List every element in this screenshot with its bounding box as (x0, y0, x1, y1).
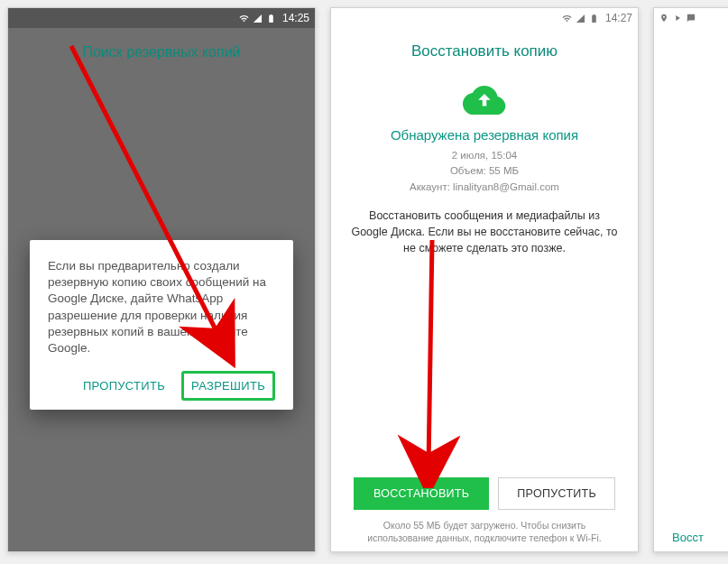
signal-icon (253, 14, 263, 23)
play-icon (673, 14, 682, 23)
page-title: Поиск резервных копий (8, 28, 315, 77)
battery-icon (589, 14, 599, 23)
backup-account: Аккаунт: linalityan8@Gmail.com (410, 180, 559, 195)
backup-description: Восстановить сообщения и медиафайлы из G… (351, 208, 618, 256)
wifi-icon (239, 14, 249, 23)
status-bar: 14:27 (331, 8, 638, 28)
allow-button[interactable]: РАЗРЕШИТЬ (181, 371, 275, 401)
skip-button[interactable]: ПРОПУСТИТЬ (498, 477, 615, 510)
dialog-actions: ПРОПУСТИТЬ РАЗРЕШИТЬ (48, 371, 275, 401)
backup-size: Объем: 55 МБ (450, 163, 519, 179)
signal-icon (576, 14, 585, 23)
screen-body: Восстановить копию Обнаружена резервная … (331, 28, 638, 551)
dialog-message: Если вы предварительно создали резервную… (48, 258, 275, 356)
phone-screen-2: 14:27 Восстановить копию Обнаружена резе… (330, 7, 639, 552)
restore-button[interactable]: ВОССТАНОВИТЬ (354, 477, 489, 510)
svg-line-1 (429, 240, 432, 467)
screen-body: Восст (654, 28, 728, 551)
restore-partial-label: Восст (672, 531, 704, 544)
wifi-icon (562, 14, 572, 23)
screen-body: Поиск резервных копий Если вы предварите… (8, 28, 315, 551)
action-buttons: ВОССТАНОВИТЬ ПРОПУСТИТЬ (331, 477, 638, 510)
status-bar (654, 8, 728, 28)
status-time: 14:27 (605, 12, 632, 24)
cloud-upload-icon (463, 84, 506, 118)
phone-screen-3: Восст (653, 7, 728, 552)
backup-date: 2 июля, 15:04 (452, 148, 518, 163)
chat-icon (687, 14, 696, 23)
phone-screen-1: 14:25 Поиск резервных копий Если вы пред… (7, 7, 316, 552)
battery-icon (266, 14, 276, 23)
status-bar: 14:25 (8, 8, 315, 28)
permission-dialog: Если вы предварительно создали резервную… (30, 240, 293, 410)
annotation-arrow (385, 236, 493, 488)
status-time: 14:25 (282, 12, 309, 24)
skip-button[interactable]: ПРОПУСТИТЬ (74, 371, 174, 401)
page-title: Восстановить копию (411, 42, 558, 60)
backup-found-title: Обнаружена резервная копия (391, 127, 578, 143)
location-icon (659, 14, 668, 23)
footer-note: Около 55 МБ будет загружено. Чтобы снизи… (349, 519, 620, 544)
